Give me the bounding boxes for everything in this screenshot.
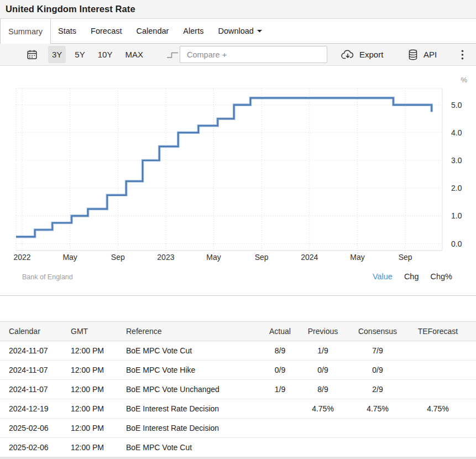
compare-input[interactable] bbox=[180, 46, 327, 63]
col-calendar: Calendar bbox=[0, 327, 71, 336]
cell-gmt: 12:00 PM bbox=[71, 404, 126, 413]
y-axis-unit: % bbox=[461, 76, 467, 84]
range-5y-button[interactable]: 5Y bbox=[71, 46, 88, 63]
table-row[interactable]: 2024-12-1912:00 PMBoE Interest Rate Deci… bbox=[0, 399, 476, 419]
page-title: United Kingdom Interest Rate bbox=[6, 4, 135, 14]
cell-calendar: 2024-12-19 bbox=[0, 404, 71, 413]
cell-gmt: 12:00 PM bbox=[71, 366, 126, 374]
y-tick-label: 2.0 bbox=[451, 184, 462, 192]
tab-summary[interactable]: Summary bbox=[0, 19, 51, 44]
table-row[interactable]: 2025-02-0612:00 PMBoE MPC Vote Cut bbox=[0, 438, 476, 457]
tab-label: Stats bbox=[58, 27, 76, 35]
cell-previous: 8/9 bbox=[299, 385, 347, 394]
mode-chg[interactable]: Chg bbox=[404, 272, 419, 281]
section-gap bbox=[0, 296, 476, 321]
tab-stats[interactable]: Stats bbox=[51, 19, 83, 43]
x-tick-label: Sep bbox=[255, 253, 269, 262]
x-tick-label: 2022 bbox=[13, 253, 30, 262]
cell-calendar: 2024-11-07 bbox=[0, 366, 71, 374]
y-tick-label: 3.0 bbox=[451, 156, 462, 165]
series-line bbox=[16, 98, 432, 237]
table-row[interactable]: 2024-11-0712:00 PMBoE MPC Vote Cut8/91/9… bbox=[0, 341, 476, 361]
kebab-menu-icon bbox=[461, 49, 464, 60]
range-max-button[interactable]: MAX bbox=[121, 46, 147, 63]
table-row[interactable]: 2025-02-0612:00 PMBoE Interest Rate Deci… bbox=[0, 419, 476, 438]
table-row[interactable]: 2024-11-0712:00 PMBoE MPC Vote Unchanged… bbox=[0, 380, 476, 399]
y-tick-label: 4.0 bbox=[451, 128, 462, 137]
col-previous: Previous bbox=[299, 327, 347, 336]
cell-previous: 0/9 bbox=[299, 366, 347, 374]
col-gmt: GMT bbox=[71, 327, 126, 336]
cell-reference: BoE MPC Vote Hike bbox=[126, 366, 261, 374]
y-tick-label: 0.0 bbox=[451, 239, 462, 248]
tab-calendar[interactable]: Calendar bbox=[129, 19, 176, 43]
date-range-picker-button[interactable] bbox=[26, 44, 38, 65]
cell-reference: BoE Interest Rate Decision bbox=[126, 404, 261, 413]
api-label: API bbox=[423, 50, 437, 59]
x-tick-label: May bbox=[206, 253, 221, 262]
tab-forecast[interactable]: Forecast bbox=[83, 19, 129, 43]
chart-toolbar: 3Y5Y10YMAX Export API bbox=[0, 44, 476, 66]
compare-field-wrap bbox=[180, 44, 327, 65]
x-tick-label: Sep bbox=[111, 253, 125, 262]
tab-label: Alerts bbox=[183, 27, 203, 35]
y-tick-label: 1.0 bbox=[451, 211, 462, 220]
cell-calendar: 2024-11-07 bbox=[0, 346, 71, 355]
x-tick-label: Sep bbox=[399, 253, 412, 262]
range-buttons: 3Y5Y10YMAX bbox=[48, 44, 152, 65]
chart-card: 0.01.02.03.04.05.0%2022MaySep2023MaySep2… bbox=[0, 66, 476, 296]
tab-alerts[interactable]: Alerts bbox=[176, 19, 211, 43]
cell-gmt: 12:00 PM bbox=[71, 385, 126, 394]
cloud-download-icon bbox=[341, 49, 355, 60]
cell-previous: 1/9 bbox=[299, 346, 347, 355]
interest-rate-chart[interactable]: 0.01.02.03.04.05.0%2022MaySep2023MaySep2… bbox=[0, 66, 476, 266]
api-button[interactable]: API bbox=[407, 44, 437, 65]
cell-actual: 8/9 bbox=[261, 346, 299, 355]
cell-calendar: 2025-02-06 bbox=[0, 443, 71, 452]
cell-gmt: 12:00 PM bbox=[71, 443, 126, 452]
cell-reference: BoE MPC Vote Cut bbox=[126, 346, 261, 355]
tab-download[interactable]: Download bbox=[211, 19, 269, 43]
export-button[interactable]: Export bbox=[341, 44, 383, 65]
cell-calendar: 2025-02-06 bbox=[0, 424, 71, 432]
range-3y-button[interactable]: 3Y bbox=[48, 46, 66, 63]
tab-label: Summary bbox=[8, 27, 43, 36]
cell-gmt: 12:00 PM bbox=[71, 424, 126, 432]
y-tick-label: 5.0 bbox=[451, 101, 462, 109]
step-line-icon bbox=[166, 49, 180, 60]
cell-reference: BoE MPC Vote Cut bbox=[126, 443, 261, 452]
calendar-table: CalendarGMTReferenceActualPreviousConsen… bbox=[0, 321, 476, 457]
cell-consensus: 7/9 bbox=[347, 346, 408, 355]
x-tick-label: 2024 bbox=[301, 253, 318, 262]
cell-actual: 1/9 bbox=[261, 385, 299, 394]
chart-mode-switch: ValueChgChg% bbox=[373, 272, 452, 281]
col-consensus: Consensus bbox=[347, 327, 408, 336]
table-row[interactable]: 2024-11-0712:00 PMBoE MPC Vote Hike0/90/… bbox=[0, 361, 476, 380]
cell-actual: 0/9 bbox=[261, 366, 299, 374]
tab-bar: Summary Stats Forecast Calendar Alerts D… bbox=[0, 19, 476, 44]
cell-reference: BoE MPC Vote Unchanged bbox=[126, 385, 261, 394]
cell-calendar: 2024-11-07 bbox=[0, 385, 71, 394]
chevron-down-icon bbox=[257, 29, 262, 33]
mode-value[interactable]: Value bbox=[373, 272, 393, 281]
range-10y-button[interactable]: 10Y bbox=[94, 46, 117, 63]
x-tick-label: May bbox=[350, 253, 364, 262]
col-teforecast: TEForecast bbox=[408, 327, 468, 336]
cell-previous: 4.75% bbox=[299, 404, 347, 413]
calendar-icon bbox=[26, 49, 38, 61]
database-icon bbox=[407, 49, 419, 61]
x-tick-label: 2023 bbox=[157, 253, 174, 262]
chart-type-button[interactable] bbox=[166, 44, 180, 65]
export-label: Export bbox=[359, 50, 383, 59]
cell-reference: BoE Interest Rate Decision bbox=[126, 424, 261, 432]
tab-label: Calendar bbox=[137, 27, 169, 35]
cell-consensus: 0/9 bbox=[347, 366, 408, 374]
chart-menu-button[interactable] bbox=[458, 44, 467, 65]
cell-teforecast: 4.75% bbox=[408, 404, 468, 413]
mode-chgpct[interactable]: Chg% bbox=[431, 272, 453, 281]
table-body: 2024-11-0712:00 PMBoE MPC Vote Cut8/91/9… bbox=[0, 341, 476, 457]
tab-label: Forecast bbox=[91, 27, 122, 35]
chart-source-label: Bank of England bbox=[22, 273, 73, 281]
cell-consensus: 4.75% bbox=[347, 404, 408, 413]
cell-consensus: 2/9 bbox=[347, 385, 408, 394]
